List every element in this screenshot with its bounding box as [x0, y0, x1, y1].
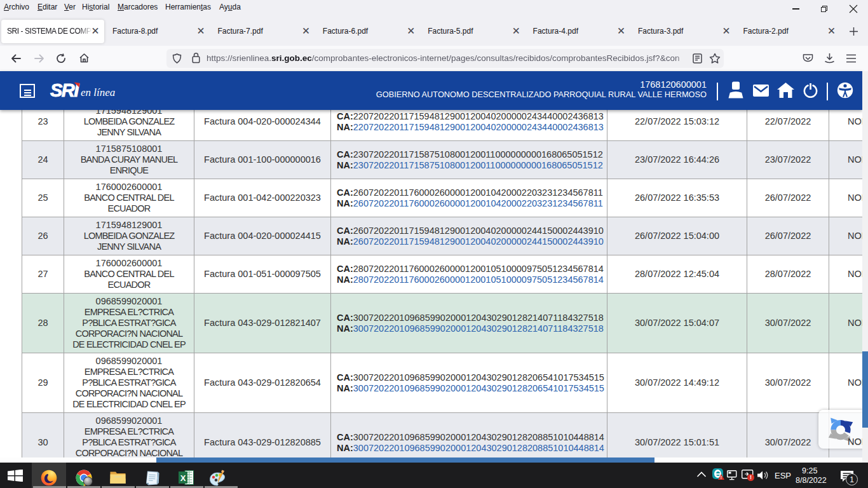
- svg-text:!: !: [721, 475, 722, 480]
- svg-text:X: X: [180, 473, 186, 483]
